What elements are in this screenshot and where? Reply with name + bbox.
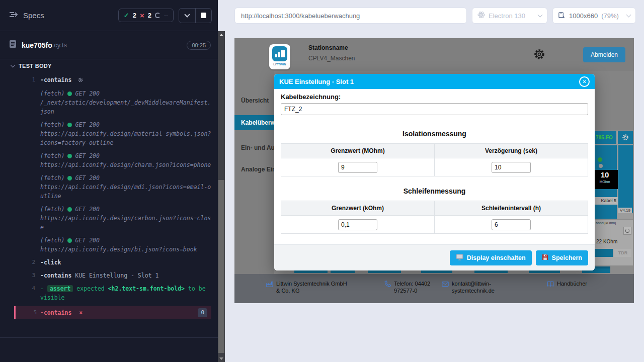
pending-count: -- [164,12,168,19]
viewport-label: 1000x660 [569,12,598,20]
fail-x-icon: × [79,309,83,316]
settings-gear-icon[interactable] [533,48,545,62]
resistance-value: 22 KOhm [596,239,617,244]
spec-extension: .cy.ts [52,41,67,49]
station-value: CPLV4_Maschen [308,55,355,62]
kabel-chip: Kabel 5 [593,197,618,205]
command-number: 2 [21,258,35,267]
chevron-down-icon [626,13,631,18]
modal-header: KUE Einstellung - Slot 1 × [274,74,595,89]
command-number: 3 [21,271,35,280]
modal-footer: Display einschalten Speichern [274,244,595,270]
passed-count: 2 [133,12,136,19]
status-dot-icon [67,123,72,127]
collapse-chevron-button[interactable] [179,9,195,23]
command-argument: KUE Einstellung - Slot 1 [75,272,158,279]
fetch-log-entry[interactable]: (fetch) GET 200 https://api.iconify.desi… [14,236,211,254]
isolation-section-title: Isolationsmessung [281,130,588,138]
stop-button[interactable] [195,9,211,23]
specs-menu-icon[interactable] [9,11,18,20]
modal-body: Kabelbezeichnung: Isolationsmessung Gren… [274,89,595,234]
column-header: Verzögerung (sek) [435,144,588,158]
status-dot-icon [67,176,72,180]
assert-badge: assert [47,285,73,292]
fetch-url: https://api.iconify.design/material-symb… [40,129,211,147]
ruler-icon [558,11,566,20]
gear-icon [78,76,83,85]
modal-title: KUE Einstellung - Slot 1 [279,78,354,85]
scrollbar-thumb[interactable] [218,180,224,353]
status-dot-icon [67,238,72,243]
fetch-url: /_next/static/development/_devMiddleware… [40,98,211,116]
command-click[interactable]: 2 -click [14,258,211,267]
cypress-sidebar: Specs ✓ 2 × 2 -- kue705fo .cy.ts 00:25 T… [0,0,218,362]
app-header: Stationsname CPLV4_Maschen Abmelden [234,38,634,71]
command-contains-1[interactable]: 1 -contains [14,75,211,85]
save-button[interactable]: Speichern [536,250,588,265]
isolation-delay-input[interactable] [492,162,531,173]
close-icon[interactable]: × [579,76,590,87]
logo-icon [272,46,287,61]
factory-icon [266,281,273,294]
isolation-limit-input[interactable] [338,162,377,173]
footer-manuals[interactable]: Handbücher [547,280,587,290]
status-dot-icon [67,154,72,158]
nav-item-uebersicht[interactable]: Übersicht [234,93,269,108]
loop-table: Grenzwert (kOhm) Schleifenintervall (h) [281,201,588,234]
fetch-url: https://api.iconify.design/charm.json?ic… [40,160,211,169]
fetch-log-entry[interactable]: (fetch) GET 200 https://api.iconify.desi… [14,173,211,201]
fetch-log-entry[interactable]: (fetch) GET 200 https://api.iconify.desi… [14,151,211,169]
assert-selector: <h2.text-sm.font-bold> [108,285,185,292]
lcd-unit: MOhm [592,180,618,184]
status-gray-dot [599,164,603,168]
command-contains-failed[interactable]: 5 -contains × 0 [14,306,211,319]
logout-button[interactable]: Abmelden [583,47,625,62]
command-log: 1 -contains (fetch) GET 200 /_next/stati… [0,75,211,336]
logo-text: LITTWIN [273,63,286,66]
loop-interval-input[interactable] [492,219,531,230]
scroll-up-icon[interactable] [218,31,225,38]
viewport-zoom: (79%) [601,12,619,20]
electron-icon [477,11,485,20]
slot-action-button[interactable] [595,249,613,257]
fetch-log-entry[interactable]: (fetch) GET 200 https://api.iconify.desi… [14,205,211,232]
column-header: Schleifenintervall (h) [435,201,588,216]
slot-card-title: 785-FO [595,131,616,144]
fetch-log-entry[interactable]: (fetch) GET 200 https://api.iconify.desi… [14,120,211,147]
command-assert[interactable]: 4 - assert expected <h2.text-sm.font-bol… [14,284,211,302]
fetch-log-entry[interactable]: (fetch) GET 200 /_next/static/developmen… [14,89,211,116]
match-count-badge: 0 [198,308,207,317]
cable-name-input[interactable] [281,103,588,115]
display-on-button[interactable]: Display einschalten [450,250,532,265]
phone-icon [384,281,391,294]
station-label: Stationsname [308,44,355,51]
fetch-url: https://api.iconify.design/carbon.json?i… [40,214,211,232]
isolation-table: Grenzwert (MOhm) Verzögerung (sek) [281,143,588,176]
book-icon [547,281,554,290]
command-contains-3[interactable]: 3 -contains KUE Einstellung - Slot 1 [14,271,211,280]
runner-controls [179,8,212,23]
cable-name-label: Kabelbezeichnung: [281,93,588,101]
specs-title[interactable]: Specs [23,11,44,20]
fetch-url: https://api.iconify.design/bi.json?icons… [40,245,211,254]
slot-gear-icon[interactable] [618,131,633,144]
status-dot-icon [67,207,72,212]
app-footer: Littwin Systemtechnik GmbH & Co. KG Tele… [234,274,634,303]
refresh-icon[interactable] [623,227,631,235]
spec-name: kue705fo [22,41,52,49]
scroll-down-icon[interactable] [218,355,225,362]
sidebar-scrollbar[interactable] [218,31,225,362]
save-icon [542,254,548,262]
browser-select[interactable]: Electron 130 [472,8,547,24]
test-body-toggle[interactable]: TEST BODY [0,59,218,72]
url-input[interactable] [234,8,467,24]
footer-phone: Telefon: 04402 972577-0 [384,280,434,294]
spec-file-row[interactable]: kue705fo .cy.ts 00:25 [0,31,218,59]
command-number: 4 [21,284,35,293]
loop-limit-input[interactable] [338,219,377,230]
test-stats: ✓ 2 × 2 -- [118,9,174,22]
viewport-select[interactable]: 1000x660 (79%) [552,8,636,24]
command-number: 1 [21,75,35,84]
tdr-button[interactable]: TDR [614,249,631,257]
range-label: band [kOhm] [595,220,633,225]
